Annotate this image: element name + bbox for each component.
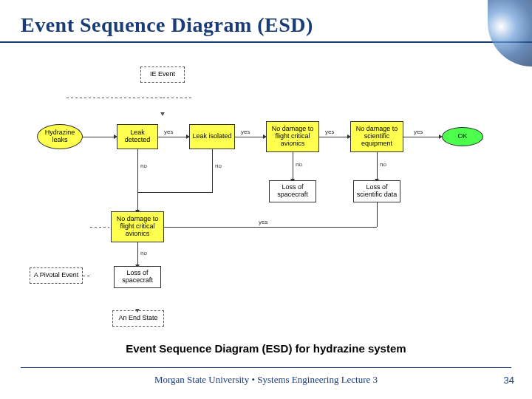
esd-diagram: IE Event Hydrazine leaks Leak detected y… [22,66,510,332]
connector [319,137,347,137]
label-yes: yes [325,129,334,135]
node-leak-detected: Leak detected [117,124,158,149]
node-leak-isolated: Leak isolated [189,124,235,149]
node-no-damage-scientific: No damage to scientific equipment [350,121,403,152]
label-yes: yes [164,129,173,135]
globe-decoration [488,0,532,66]
connector [137,192,213,193]
legend-end-state: An End State [112,310,164,327]
page-number: 34 [504,375,514,386]
legend-ie-event: IE Event [140,66,185,83]
node-ok: OK [442,127,483,146]
label-no: no [140,163,147,169]
label-no: no [215,163,222,169]
title-bar: Event Sequence Diagram (ESD) [0,0,532,43]
connector [83,276,90,276]
connector [163,98,192,98]
connector [377,202,378,227]
node-hydrazine-leaks: Hydrazine leaks [37,124,83,149]
diagram-caption: Event Sequence Diagram (ESD) for hydrazi… [0,342,532,355]
connector [403,137,439,137]
node-loss-spacecraft-bot: Loss of spacecraft [114,266,161,288]
label-no: no [296,161,302,168]
connector [90,227,109,228]
label-yes: yes [414,129,423,135]
node-no-damage-avionics-bot: No damage to flight critical avionics [111,211,164,242]
connector [377,152,378,179]
slide: Event Sequence Diagram (ESD) IE Event Hy… [0,0,532,399]
node-no-damage-avionics-top: No damage to flight critical avionics [266,121,319,152]
connector [83,137,114,137]
legend-pivotal-event: A Pivotal Event [30,267,83,284]
label-no: no [380,161,386,168]
connector [66,98,163,98]
connector [212,149,213,192]
label-yes: yes [241,129,250,135]
node-loss-spacecraft-top: Loss of spacecraft [269,180,316,202]
slide-title: Event Sequence Diagram (ESD) [21,13,511,37]
connector [137,242,138,265]
connector [137,192,138,210]
connector [164,227,377,228]
node-loss-scientific: Loss of scientific data [353,180,400,202]
connector [235,137,263,137]
connector [158,137,186,137]
footer-text: Morgan State University • Systems Engine… [0,374,532,386]
connector [293,152,293,179]
footer-divider [21,367,511,368]
label-yes: yes [259,219,267,225]
label-no: no [140,250,147,256]
